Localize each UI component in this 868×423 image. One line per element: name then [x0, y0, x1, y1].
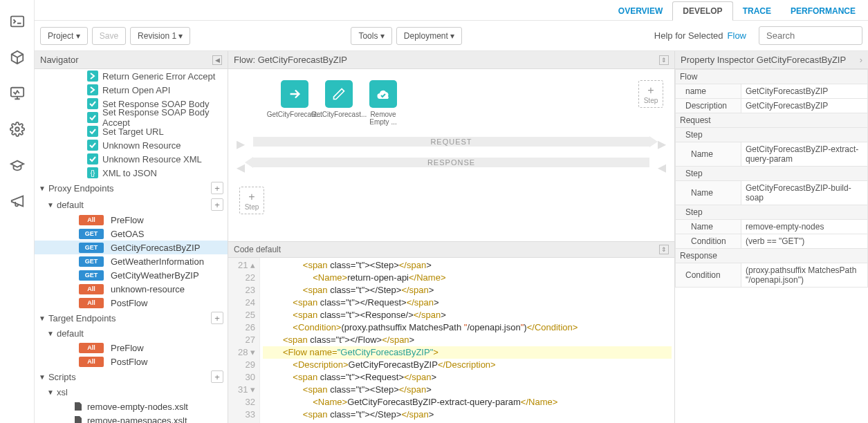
flow-item[interactable]: AllPreFlow	[35, 341, 228, 355]
terminal-icon[interactable]	[10, 14, 25, 29]
policy-item[interactable]: {}XML to JSON	[35, 166, 228, 180]
flow-item[interactable]: GETGetWeatherInformation	[35, 254, 228, 268]
policy-step-icon	[281, 80, 308, 108]
target-endpoints-header[interactable]: ▼Target Endpoints+	[35, 310, 228, 326]
method-badge: GET	[79, 270, 104, 281]
flow-label: GetOAS	[111, 229, 144, 239]
add-proxy-icon[interactable]: +	[211, 182, 223, 194]
policy-item[interactable]: Unknown Resource	[35, 138, 228, 152]
proxy-default[interactable]: ▼default+	[35, 196, 228, 213]
scripts-header[interactable]: ▼Scripts+	[35, 368, 228, 385]
inspector-section: Request	[676, 113, 868, 128]
line-number: 32	[230, 396, 255, 408]
inspector-value[interactable]: (verb == "GET")	[741, 234, 868, 249]
flow-label: PreFlow	[111, 215, 144, 225]
inspector-close-icon[interactable]: ›	[860, 55, 862, 65]
policy-item[interactable]: Return Generic Error Accept	[35, 69, 228, 83]
policy-step-icon	[325, 80, 353, 108]
graduate-icon[interactable]	[10, 158, 25, 173]
inspector-section: Response	[676, 249, 868, 263]
flow-policy[interactable]: GetCityForecast...	[278, 80, 311, 126]
flow-label: GetCityWeatherByZIP	[111, 270, 199, 281]
flow-label: GetWeatherInformation	[111, 256, 204, 267]
save-button[interactable]: Save	[92, 27, 126, 45]
flow-item[interactable]: GETGetCityWeatherByZIP	[35, 268, 228, 282]
method-badge: All	[79, 343, 104, 353]
xsl-folder[interactable]: ▼xsl	[35, 385, 228, 400]
method-badge: GET	[79, 256, 104, 267]
announce-icon[interactable]	[10, 194, 25, 209]
inspector-value[interactable]: GetCityForecastByZIP-extract-query-param	[741, 142, 868, 167]
flow-item[interactable]: AllPostFlow	[35, 355, 228, 368]
tab-develop[interactable]: DEVELOP	[672, 1, 732, 21]
policy-label: XML to JSON	[102, 168, 157, 178]
method-badge: All	[79, 357, 104, 367]
inspector-value[interactable]: GetCityForecastByZIP-build-soap	[741, 181, 868, 205]
property-inspector: Property Inspector GetCityForecastByZIP›…	[674, 51, 868, 423]
flow-item[interactable]: Allunknown-resource	[35, 282, 228, 296]
flow-label: PostFlow	[111, 357, 147, 367]
inspector-value[interactable]: GetCityForecastByZIP	[741, 84, 868, 99]
help-flow-link[interactable]: Flow	[728, 30, 746, 41]
flow-policy[interactable]: GetCityForecast...	[322, 80, 355, 126]
tab-performance[interactable]: PERFORMANCE	[781, 2, 865, 20]
tools-button[interactable]: Tools ▾	[351, 27, 391, 45]
policy-item[interactable]: Return Open API	[35, 83, 228, 97]
script-file[interactable]: remove-namespaces.xslt	[35, 413, 228, 423]
policy-icon	[87, 126, 98, 137]
line-number: 23	[230, 284, 255, 297]
tab-overview[interactable]: OVERVIEW	[609, 2, 672, 20]
add-script-icon[interactable]: +	[211, 370, 223, 383]
policy-item[interactable]: Unknown Resource XML	[35, 152, 228, 166]
inspector-section: Step	[676, 128, 868, 142]
policy-label: Return Open API	[102, 85, 170, 95]
project-button[interactable]: Project ▾	[40, 27, 88, 45]
search-input[interactable]	[759, 26, 862, 45]
inspector-value[interactable]: (proxy.pathsuffix MatchesPath "/openapi.…	[741, 263, 868, 288]
svg-rect-5	[87, 98, 98, 109]
policy-item[interactable]: Set Response SOAP Body Accept	[35, 111, 228, 124]
flow-policy[interactable]: Remove Empty ...	[367, 80, 400, 126]
package-icon[interactable]	[10, 50, 25, 65]
request-bar: REQUEST	[253, 137, 649, 147]
inspector-value[interactable]: remove-empty-nodes	[741, 220, 868, 234]
line-number: 28 ▾	[230, 346, 255, 359]
script-file[interactable]: remove-empty-nodes.xslt	[35, 400, 228, 413]
target-default[interactable]: ▼default	[35, 326, 228, 341]
method-badge: All	[79, 298, 104, 308]
add-flow-icon[interactable]: +	[211, 198, 223, 211]
line-number: 25	[230, 309, 255, 321]
inspector-key: Name	[676, 142, 741, 167]
flow-item[interactable]: GETGetOAS	[35, 227, 228, 241]
arrow-left-icon: ◂	[658, 158, 666, 177]
svg-text:{}: {}	[91, 169, 95, 177]
revision-button[interactable]: Revision 1 ▾	[130, 27, 190, 45]
flow-toggle-icon[interactable]: ⇕	[659, 55, 669, 65]
flow-label: GetCityForecastByZIP	[111, 243, 200, 253]
policy-icon	[87, 98, 98, 109]
add-target-icon[interactable]: +	[211, 312, 223, 324]
line-number: 30	[230, 371, 255, 384]
navigator-panel: Navigator◀ Return Generic Error AcceptRe…	[35, 51, 228, 423]
code-editor[interactable]: 21 ▴22232425262728 ▾293031 ▾32333435 <sp…	[228, 258, 674, 423]
inspector-value[interactable]: GetCityForecastByZIP	[741, 99, 868, 113]
deployment-button[interactable]: Deployment ▾	[396, 27, 462, 45]
tab-trace[interactable]: TRACE	[733, 2, 781, 20]
line-number: 31 ▾	[230, 384, 255, 396]
flow-item[interactable]: AllPreFlow	[35, 213, 228, 227]
gear-icon[interactable]	[10, 122, 25, 137]
inspector-key: name	[676, 84, 741, 99]
svg-rect-8	[87, 140, 98, 151]
flow-item[interactable]: AllPostFlow	[35, 296, 228, 310]
proxy-endpoints-header[interactable]: ▼Proxy Endpoints+	[35, 180, 228, 196]
monitor-icon[interactable]	[10, 86, 25, 101]
policy-step-label: GetCityForecast...	[311, 111, 367, 118]
add-step-response[interactable]: +Step	[239, 187, 264, 214]
add-step-request[interactable]: +Step	[638, 80, 663, 108]
file-icon	[75, 416, 82, 423]
line-number: 24	[230, 297, 255, 309]
flow-item[interactable]: GETGetCityForecastByZIP	[35, 241, 228, 254]
code-toggle-icon[interactable]: ⇕	[659, 245, 669, 254]
collapse-icon[interactable]: ◀	[212, 55, 222, 65]
toolbar: Project ▾ Save Revision 1 ▾ Tools ▾ Depl…	[35, 21, 868, 51]
